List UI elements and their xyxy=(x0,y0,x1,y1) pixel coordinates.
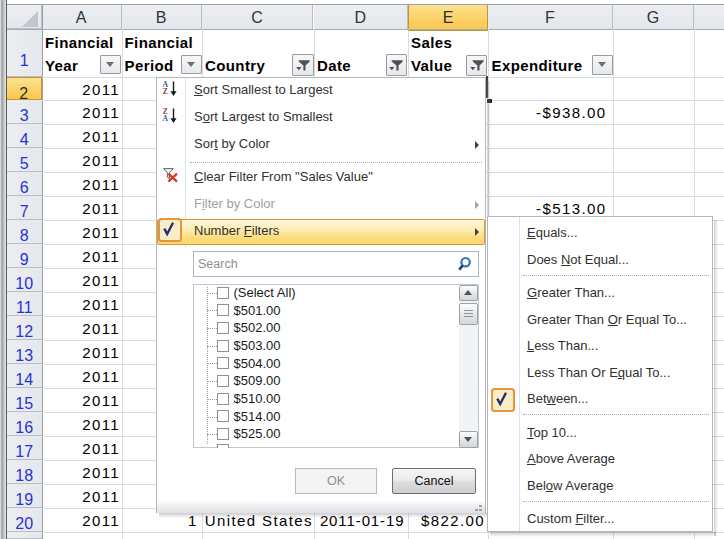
svg-text:Z: Z xyxy=(162,87,167,96)
svg-text:A: A xyxy=(162,113,168,122)
